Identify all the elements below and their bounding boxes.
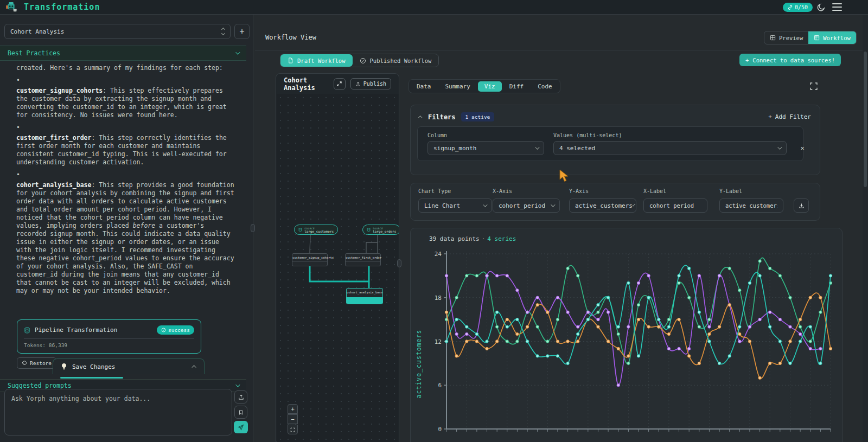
column-select[interactable]: signup_month — [427, 141, 544, 155]
suggested-prompts-title: Suggested prompts — [8, 382, 72, 389]
svg-text:18: 18 — [435, 294, 442, 302]
zoom-in-button[interactable]: + — [288, 404, 298, 414]
collapse-chevron-icon[interactable] — [418, 116, 422, 120]
check-circle-icon — [360, 57, 366, 64]
app-root: Transformation 0/50 Cohort Analysis + Be… — [0, 0, 868, 442]
send-paper-plane-icon — [238, 424, 244, 431]
source-name: large_orders — [373, 230, 396, 233]
fit-view-button[interactable] — [288, 425, 298, 434]
download-chart-button[interactable] — [794, 198, 809, 213]
menu-hamburger-icon[interactable] — [832, 3, 842, 11]
bullet: • — [16, 171, 237, 179]
tab-diff[interactable]: Diff — [503, 81, 531, 92]
tab-published-workflow[interactable]: Published Workflow — [353, 54, 439, 67]
tab-data[interactable]: Data — [410, 81, 438, 92]
tab-viz[interactable]: Viz — [478, 81, 502, 92]
workflow-select-value: Cohort Analysis — [10, 28, 64, 35]
bp-intro: created. Here's a summary of my findings… — [16, 64, 237, 72]
workflow-select[interactable]: Cohort Analysis — [4, 24, 231, 39]
y-axis-select[interactable]: active_customers — [569, 198, 636, 213]
workflow-canvas-panel: Cohort Analysis Publish — [276, 73, 399, 442]
sidebar: Cohort Analysis + Best Practices created… — [0, 15, 253, 442]
column-label: Column — [427, 132, 447, 138]
bookmark-button[interactable] — [234, 406, 247, 419]
best-practices-title: Best Practices — [8, 49, 60, 57]
chevron-down-icon — [535, 145, 539, 149]
chevron-down-icon — [633, 203, 636, 207]
top-bar: Transformation 0/50 — [0, 0, 868, 15]
fit-view-icon — [290, 427, 295, 432]
add-filter-button[interactable]: + Add Filter — [768, 113, 811, 120]
canvas-grid[interactable]: source large_customers source large_orde… — [277, 94, 399, 442]
svg-text:12: 12 — [435, 338, 442, 345]
dark-mode-moon-icon[interactable] — [816, 3, 826, 12]
scrollbar-thumb[interactable] — [864, 52, 867, 187]
bp-step-2: customer_first_order: This step correctl… — [16, 134, 237, 166]
usage-count: 0/50 — [795, 4, 808, 10]
workflow-button[interactable]: Workflow — [808, 31, 856, 44]
restore-icon — [22, 361, 27, 366]
x-label-input[interactable] — [643, 198, 707, 213]
save-progress-indicator — [60, 377, 123, 379]
best-practices-header[interactable]: Best Practices — [0, 46, 246, 61]
svg-text:6: 6 — [438, 382, 442, 389]
node-cohort-analysis-base[interactable]: cohort_analysis_base — [346, 288, 383, 304]
save-changes-panel[interactable]: Save Changes — [53, 358, 205, 374]
plus-icon: + — [768, 113, 772, 120]
x-label-label: X-Label — [643, 188, 666, 194]
fullscreen-icon[interactable] — [809, 82, 818, 91]
source-node-large-orders[interactable]: source large_orders — [362, 225, 399, 235]
best-practices-body: created. Here's a summary of my findings… — [16, 64, 237, 299]
chevron-down-icon — [235, 50, 240, 54]
chart-card: 39 data points·4 series active_customers… — [410, 228, 843, 442]
chart-type-label: Chart Type — [418, 188, 451, 194]
sidebar-resize-handle[interactable] — [251, 224, 255, 232]
divider — [24, 338, 194, 339]
zoom-out-button[interactable]: − — [288, 414, 298, 424]
node-customer-first-order[interactable]: customer_first_order — [345, 253, 381, 266]
tab-summary[interactable]: Summary — [439, 81, 477, 92]
restore-button[interactable]: Restore — [17, 357, 56, 369]
x-axis-select[interactable]: cohort_period — [493, 198, 560, 213]
source-name: large_customers — [304, 230, 334, 233]
publish-upload-icon — [355, 81, 361, 87]
pipeline-transformation-card[interactable]: Pipeline Transformation success Tokens: … — [17, 319, 201, 354]
usage-badge[interactable]: 0/50 — [783, 3, 813, 12]
send-button[interactable] — [234, 421, 248, 433]
tab-code[interactable]: Code — [531, 81, 559, 92]
y-axis-label: Y-Axis — [569, 188, 589, 194]
node-customer-signup-cohorts[interactable]: customer_signup_cohorts — [292, 253, 328, 266]
connect-data-sources-button[interactable]: + Connect to data sources! — [739, 54, 841, 66]
panel-resize-handle[interactable] — [397, 259, 401, 267]
database-icon — [24, 327, 30, 334]
upload-icon — [238, 394, 244, 400]
node-progress-fill — [347, 297, 382, 304]
source-node-large-customers[interactable]: source large_customers — [294, 225, 338, 235]
status-badge: success — [157, 325, 194, 335]
file-icon — [288, 57, 293, 63]
canvas-title: Cohort Analysis — [284, 76, 329, 92]
view-toggle: Preview Workflow — [764, 31, 857, 44]
svg-text:0: 0 — [438, 426, 442, 433]
database-icon — [298, 228, 302, 232]
preview-button[interactable]: Preview — [764, 31, 808, 44]
expand-canvas-button[interactable] — [334, 78, 346, 90]
bp-step-1: customer_signup_cohorts: This step effec… — [16, 87, 237, 119]
y-label-input[interactable] — [719, 198, 783, 213]
tokens-count: Tokens: 86,339 — [24, 342, 67, 348]
remove-filter-button[interactable]: ✕ — [797, 143, 807, 153]
values-label: Values (multi-select) — [553, 132, 622, 138]
upload-button[interactable] — [234, 390, 247, 403]
divider — [255, 50, 868, 50]
add-workflow-button[interactable]: + — [234, 24, 250, 39]
publish-button[interactable]: Publish — [350, 78, 391, 89]
tab-draft-workflow[interactable]: Draft Workflow — [280, 54, 353, 67]
plus-icon: + — [745, 57, 749, 63]
bullet: • — [16, 124, 237, 132]
chevron-down-icon — [483, 202, 487, 207]
chart-type-select[interactable]: Line Chart — [418, 198, 492, 213]
values-multiselect[interactable]: 4 selected — [553, 141, 787, 155]
chat-input[interactable] — [4, 389, 232, 435]
bullet: • — [16, 76, 237, 85]
robot-logo-icon — [4, 1, 17, 14]
